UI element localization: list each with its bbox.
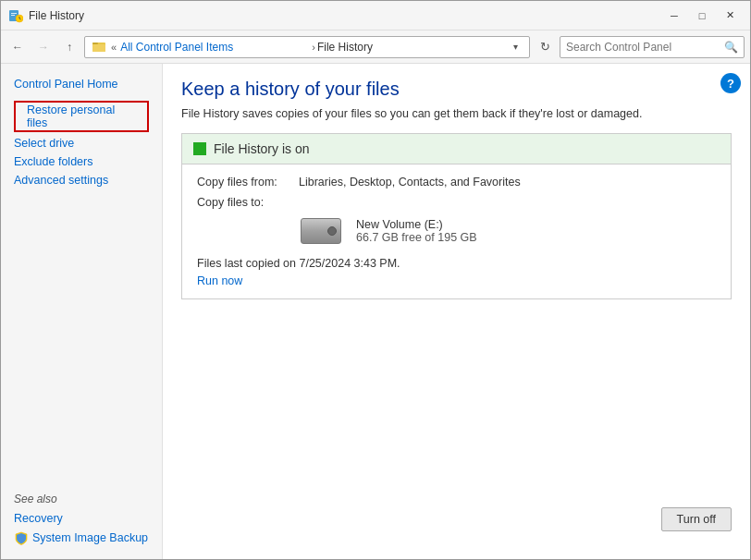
copy-to-label: Copy files to: [197, 196, 299, 209]
svg-rect-7 [92, 44, 105, 52]
svg-rect-2 [11, 15, 15, 16]
copy-from-value: Libraries, Desktop, Contacts, and Favori… [299, 176, 521, 189]
breadcrumb-part2: File History [317, 41, 507, 54]
breadcrumb-part1: All Control Panel Items [120, 41, 310, 54]
maximize-button[interactable]: □ [689, 6, 715, 26]
hdd-shape [301, 218, 341, 244]
svg-rect-8 [92, 43, 98, 44]
status-text: File History is on [214, 141, 309, 156]
search-box[interactable]: 🔍 [560, 36, 745, 58]
sidebar-item-recovery[interactable]: Recovery [1, 509, 162, 528]
breadcrumb-separator: › [312, 42, 315, 53]
drive-details: New Volume (E:) 66.7 GB free of 195 GB [356, 218, 477, 244]
search-input[interactable] [566, 41, 724, 54]
content-area: ? Keep a history of your files File Hist… [163, 64, 750, 559]
sidebar-item-select-drive[interactable]: Select drive [1, 134, 162, 152]
file-history-window: File History ─ □ ✕ ← → ↑ « All Control P… [0, 0, 751, 560]
drive-size: 66.7 GB free of 195 GB [356, 231, 477, 244]
shield-icon [14, 530, 29, 545]
help-button[interactable]: ? [720, 73, 741, 93]
drive-icon [299, 216, 343, 246]
sidebar-item-exclude-folders[interactable]: Exclude folders [1, 152, 162, 171]
recovery-label: Recovery [14, 512, 63, 525]
address-dropdown-button[interactable]: ▾ [507, 37, 523, 57]
sidebar-item-advanced-settings[interactable]: Advanced settings [1, 171, 162, 189]
search-icon: 🔍 [724, 41, 738, 54]
status-body: Copy files from: Libraries, Desktop, Con… [182, 164, 731, 298]
window-controls: ─ □ ✕ [661, 6, 743, 26]
address-box[interactable]: « All Control Panel Items › File History… [84, 36, 530, 58]
sidebar-item-system-image-backup[interactable]: System Image Backup [1, 528, 162, 548]
sidebar-item-restore[interactable]: Restore personal files [14, 101, 149, 132]
window-icon [8, 8, 23, 23]
page-title: Keep a history of your files [181, 79, 732, 100]
minimize-button[interactable]: ─ [661, 6, 687, 26]
run-now-link[interactable]: Run now [197, 274, 242, 287]
turn-off-button[interactable]: Turn off [661, 507, 732, 531]
breadcrumb-icon [91, 39, 107, 55]
sidebar-item-home[interactable]: Control Panel Home [1, 75, 162, 93]
forward-button[interactable]: → [32, 36, 55, 58]
up-button[interactable]: ↑ [58, 36, 80, 58]
status-panel: File History is on Copy files from: Libr… [181, 133, 732, 299]
drive-name: New Volume (E:) [356, 218, 477, 231]
svg-rect-1 [11, 13, 17, 14]
back-button[interactable]: ← [6, 36, 29, 58]
system-image-backup-label: System Image Backup [32, 531, 148, 544]
title-bar: File History ─ □ ✕ [1, 1, 750, 30]
main-content: Control Panel Home Restore personal file… [1, 64, 750, 559]
see-also-label: See also [1, 485, 162, 509]
copy-from-row: Copy files from: Libraries, Desktop, Con… [197, 176, 716, 189]
close-button[interactable]: ✕ [717, 6, 743, 26]
refresh-button[interactable]: ↻ [534, 36, 556, 58]
last-copied-info: Files last copied on 7/25/2024 3:43 PM. [197, 257, 716, 270]
page-description: File History saves copies of your files … [181, 107, 732, 120]
status-indicator [193, 142, 206, 155]
copy-to-row: Copy files to: [197, 196, 716, 209]
copy-from-label: Copy files from: [197, 176, 299, 189]
drive-info: New Volume (E:) 66.7 GB free of 195 GB [299, 216, 716, 246]
address-bar: ← → ↑ « All Control Panel Items › File H… [1, 30, 750, 64]
status-header: File History is on [182, 134, 731, 164]
sidebar: Control Panel Home Restore personal file… [1, 64, 163, 559]
window-title: File History [29, 9, 661, 22]
